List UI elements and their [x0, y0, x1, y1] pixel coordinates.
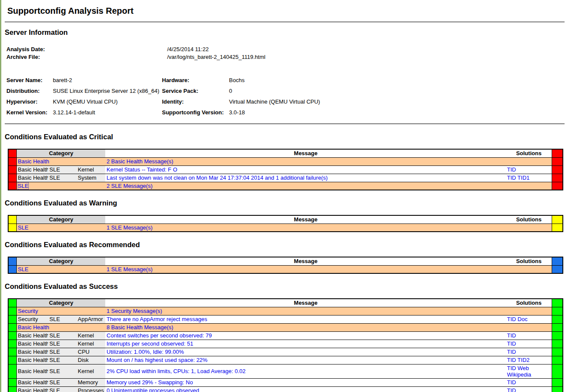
- category-column-header: Category: [16, 257, 105, 265]
- solutions-column-header: Solutions: [506, 149, 552, 157]
- solution-link[interactable]: TID: [507, 175, 516, 181]
- solution-link[interactable]: TID: [507, 379, 516, 386]
- solution-link[interactable]: Web: [518, 365, 529, 371]
- message-link[interactable]: Mount on / has highest used space: 22%: [107, 357, 208, 363]
- message-cell: Last system down was not clean on Mon Ma…: [105, 174, 506, 182]
- solution-link[interactable]: TID: [507, 316, 516, 322]
- summary-row: SLE1 SLE Message(s): [8, 265, 563, 273]
- detail-row: Basic HealthSLEKernelKernel Status -- Ta…: [8, 165, 563, 174]
- message-column-header: Message: [105, 149, 506, 157]
- severity-edge-cell-success: [8, 307, 16, 315]
- service-pack-value: 0: [229, 86, 320, 96]
- summary-solutions-cell: [506, 224, 552, 232]
- category-column-header: Category: [16, 215, 105, 224]
- message-link[interactable]: 2% CPU load within limits, CPUs: 1, Load…: [107, 368, 245, 374]
- category-summary-link[interactable]: Security: [18, 308, 38, 314]
- severity-edge-cell-recommended: [552, 265, 563, 273]
- solutions-cell: TID: [506, 348, 552, 356]
- category-cell: Kernel: [76, 165, 105, 174]
- message-cell: Memory used 29% - Swapping: No: [105, 378, 506, 386]
- table-header-row: CategoryMessageSolutions: [8, 257, 563, 265]
- category-cell: Basic Health: [16, 356, 48, 364]
- server-details-row: Distribution: SUSE Linux Enterprise Serv…: [6, 86, 320, 96]
- category-cell: AppArmor: [76, 315, 105, 323]
- severity-edge-cell-critical: [552, 174, 563, 182]
- category-cell: Memory: [76, 378, 105, 386]
- category-summary-link[interactable]: SLE: [18, 183, 29, 189]
- summary-message-cell: 1 SLE Message(s): [105, 265, 506, 273]
- solutions-cell: TID: [506, 378, 552, 386]
- severity-edge-cell-critical: [552, 149, 563, 157]
- solution-link[interactable]: TID: [507, 340, 516, 347]
- summary-solutions-cell: [506, 323, 552, 331]
- severity-edge-cell-success: [8, 378, 16, 386]
- message-link[interactable]: Context switches per second observed: 79: [107, 332, 212, 339]
- category-cell: Kernel: [76, 331, 105, 340]
- message-link[interactable]: There are no AppArmor reject messages: [107, 316, 207, 322]
- detail-row: Basic HealthSLEProcesses0 Uninterruptibl…: [8, 386, 563, 392]
- severity-edge-cell-success: [552, 299, 563, 307]
- analysis-date-label: Analysis Date:: [6, 45, 167, 53]
- conditions-table-success: CategoryMessageSolutionsSecurity1 Securi…: [8, 298, 563, 392]
- section-heading-warning: Conditions Evaluated as Warning: [5, 199, 565, 207]
- severity-edge-cell-success: [8, 340, 16, 348]
- severity-edge-cell-success: [552, 356, 563, 364]
- kernel-version-label: Kernel Version:: [6, 107, 53, 118]
- category-summary-link[interactable]: SLE: [18, 266, 29, 273]
- category-cell: Basic Health: [16, 378, 48, 386]
- archive-file-value: /var/log/nts_barett-2_140425_1119.html: [167, 53, 266, 61]
- category-column-header: Category: [16, 299, 105, 307]
- server-info-divider: [5, 123, 565, 124]
- solutions-cell: TID TID2: [506, 356, 552, 364]
- message-link[interactable]: Last system down was not clean on Mon Ma…: [107, 175, 328, 181]
- solution-link[interactable]: TID: [507, 365, 516, 371]
- severity-edge-cell-recommended: [8, 257, 16, 265]
- solution-link[interactable]: Doc: [518, 316, 528, 322]
- message-link[interactable]: 0 Uninterruptible processes observed: [107, 387, 199, 392]
- solutions-cell: TID: [506, 386, 552, 392]
- detail-row: Basic HealthSLESystemLast system down wa…: [8, 174, 563, 182]
- solution-link[interactable]: TID1: [517, 175, 529, 181]
- message-cell: 2% CPU load within limits, CPUs: 1, Load…: [105, 364, 506, 378]
- message-link[interactable]: Interrupts per second observed: 51: [107, 340, 193, 347]
- category-cell: SLE: [48, 378, 76, 386]
- solution-link[interactable]: TID: [507, 387, 516, 392]
- summary-category-cell: SLE: [16, 182, 105, 190]
- category-summary-link[interactable]: Basic Health: [18, 158, 49, 165]
- category-cell: SLE: [48, 315, 76, 323]
- server-details-row: Hypervisor: KVM (QEMU Virtual CPU) Ident…: [6, 96, 320, 107]
- table-header-row: CategoryMessageSolutions: [8, 299, 563, 307]
- severity-edge-cell-success: [8, 331, 16, 340]
- severity-edge-cell-success: [552, 331, 563, 340]
- solution-link[interactable]: TID: [507, 166, 516, 173]
- summary-message-cell: 2 Basic Health Message(s): [105, 157, 506, 165]
- detail-row: Basic HealthSLECPUUtilization: 1.00%, Id…: [8, 348, 563, 356]
- severity-edge-cell-warning: [552, 215, 563, 224]
- severity-edge-cell-success: [8, 315, 16, 323]
- summary-category-cell: Basic Health: [16, 157, 105, 165]
- severity-edge-cell-success: [552, 307, 563, 315]
- solution-link[interactable]: TID: [507, 349, 516, 355]
- category-summary-link[interactable]: Basic Health: [18, 324, 49, 331]
- hardware-label: Hardware:: [162, 75, 229, 86]
- summary-message-cell: 8 Basic Health Message(s): [105, 323, 506, 331]
- category-cell: SLE: [48, 364, 76, 378]
- severity-edge-cell-success: [8, 386, 16, 392]
- summary-row: SLE1 SLE Message(s): [8, 224, 563, 232]
- solution-link[interactable]: TID: [507, 332, 516, 339]
- solution-link[interactable]: TID2: [517, 357, 529, 363]
- severity-edge-cell-success: [552, 348, 563, 356]
- message-link[interactable]: Memory used 29% - Swapping: No: [107, 379, 193, 386]
- solution-link[interactable]: Wikipedia: [507, 371, 531, 378]
- server-details-row: Server Name: barett-2 Hardware: Bochs: [6, 75, 320, 86]
- solution-link[interactable]: TID: [507, 357, 516, 363]
- message-link[interactable]: Utilization: 1.00%, Idle: 99.00%: [107, 349, 184, 355]
- category-summary-link[interactable]: SLE: [18, 224, 29, 231]
- identity-value: Virtual Machine (QEMU Virtual CPU): [229, 96, 320, 107]
- solutions-column-header: Solutions: [506, 215, 552, 224]
- report-page: Supportconfig Analysis Report Server Inf…: [1, 6, 568, 392]
- message-column-header: Message: [105, 257, 506, 265]
- summary-solutions-cell: [506, 307, 552, 315]
- message-link[interactable]: Kernel Status -- Tainted: F O: [107, 166, 177, 173]
- hardware-value: Bochs: [229, 75, 320, 86]
